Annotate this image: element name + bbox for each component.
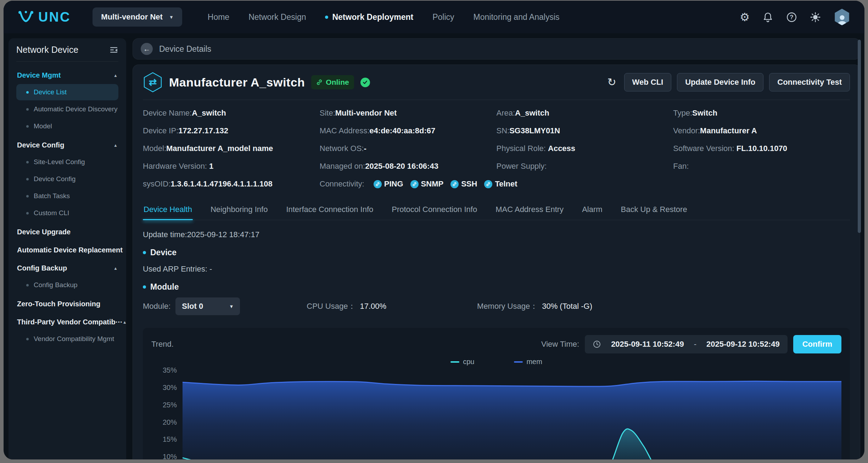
- nav-item-monitoring-and-analysis[interactable]: Monitoring and Analysis: [474, 12, 560, 22]
- info-label: sysOID:: [143, 179, 170, 189]
- info-label: Network OS:: [320, 144, 364, 153]
- info-field-sysoid: sysOID:1.3.6.1.4.1.47196.4.1.1.1.108: [143, 175, 320, 193]
- trend-title: Trend.: [151, 340, 174, 349]
- module-label: Module:: [143, 302, 170, 311]
- nav-item-network-deployment[interactable]: Network Deployment: [325, 12, 413, 22]
- tab-protocol-connection-info[interactable]: Protocol Connection Info: [391, 203, 478, 220]
- tab-back-up-restore[interactable]: Back Up & Restore: [620, 203, 688, 220]
- nav-label: Monitoring and Analysis: [474, 12, 560, 22]
- info-label: Device Name:: [143, 108, 192, 118]
- sidebar-item-vendor-compatibility-mgmt[interactable]: Vendor Compatibility Mgmt: [16, 331, 118, 347]
- protocol-label: Telnet: [495, 179, 517, 189]
- bullet-icon: [26, 195, 29, 197]
- confirm-button[interactable]: Confirm: [793, 335, 841, 353]
- sidebar-item-automatic-device-discovery[interactable]: Automatic Device Discovery: [16, 101, 118, 117]
- user-avatar[interactable]: [834, 9, 850, 26]
- connectivity-field: Connectivity: PINGSNMPSSHTelnet: [320, 175, 673, 193]
- nav-item-network-design[interactable]: Network Design: [248, 12, 306, 22]
- sidebar-collapse-icon[interactable]: [109, 46, 118, 54]
- info-field-power-supply: Power Supply:: [497, 157, 673, 175]
- sidebar-group-automatic-device-replacement[interactable]: Automatic Device Replacement: [16, 240, 118, 258]
- site-selector-label: Multi-vendor Net: [101, 12, 163, 22]
- nav-item-home[interactable]: Home: [208, 12, 229, 22]
- section-module: Module: [143, 282, 850, 292]
- main-layout: Network Device Device Mgmt▲Device ListAu…: [4, 33, 864, 459]
- sidebar-group-device-upgrade[interactable]: Device Upgrade: [16, 222, 118, 240]
- sidebar-item-custom-cli[interactable]: Custom CLI: [16, 205, 118, 221]
- main-nav: HomeNetwork DesignNetwork DeploymentPoli…: [208, 12, 560, 22]
- info-value: 1: [209, 162, 213, 171]
- trend-header: Trend. View Time: 2025-09-11 10:52:49: [151, 335, 841, 353]
- sidebar-item-label: Config Backup: [34, 281, 78, 289]
- cpu-usage-value: 17.00%: [360, 302, 386, 311]
- sidebar-item-device-config[interactable]: Device Config: [16, 171, 118, 187]
- bullet-icon: [26, 178, 29, 180]
- switch-device-icon: ⇄: [143, 72, 163, 93]
- tab-mac-address-entry[interactable]: MAC Address Entry: [495, 203, 564, 220]
- vertical-scrollbar[interactable]: [858, 40, 861, 233]
- logo-text: UNC: [38, 10, 71, 25]
- refresh-icon[interactable]: ↻: [605, 77, 618, 88]
- tab-interface-connection-info[interactable]: Interface Connection Info: [285, 203, 374, 220]
- update-device-info-button[interactable]: Update Device Info: [677, 73, 763, 91]
- help-icon[interactable]: ?: [786, 12, 797, 23]
- tab-alarm[interactable]: Alarm: [581, 203, 603, 220]
- sidebar-menu: Device Mgmt▲Device ListAutomatic Device …: [16, 62, 118, 347]
- sidebar-item-site-level-config[interactable]: Site-Level Config: [16, 154, 118, 170]
- module-dropdown[interactable]: Slot 0 ▼: [175, 297, 240, 315]
- info-value: A_switch: [192, 108, 226, 118]
- notifications-icon[interactable]: [762, 12, 773, 23]
- sidebar-item-config-backup[interactable]: Config Backup: [16, 277, 118, 293]
- y-axis-tick: 10%: [163, 453, 177, 459]
- sidebar-group-zero-touch-provisioning[interactable]: Zero-Touch Provisioning: [16, 294, 118, 312]
- tab-device-health[interactable]: Device Health: [143, 203, 193, 220]
- info-field-model: Model:Manufacturer A_model name: [143, 140, 320, 157]
- info-value: e4:de:40:aa:8d:67: [369, 126, 435, 135]
- info-label: Type:: [673, 108, 692, 118]
- sidebar-group-device-config[interactable]: Device Config▲: [16, 135, 118, 153]
- tab-neighboring-info[interactable]: Neighboring Info: [210, 203, 268, 220]
- info-label: Software Version:: [673, 144, 737, 153]
- app-logo: UNC: [18, 10, 71, 25]
- y-axis-tick: 35%: [163, 366, 177, 374]
- sidebar-group-label: Third-Party Vendor Compatib···: [17, 318, 123, 326]
- site-selector-dropdown[interactable]: Multi-vendor Net ▼: [93, 7, 182, 27]
- app-window: UNC Multi-vendor Net ▼ HomeNetwork Desig…: [4, 1, 864, 459]
- legend-label: cpu: [463, 358, 474, 366]
- sidebar-item-label: Device Config: [34, 175, 75, 183]
- settings-icon[interactable]: ⚙: [740, 12, 750, 23]
- info-field-managed-on: Managed on:2025-08-20 16:06:43: [320, 157, 497, 175]
- info-value: -: [364, 144, 366, 153]
- bullet-icon: [26, 161, 29, 163]
- topbar-icons: ⚙ ?: [740, 9, 850, 26]
- info-field-site: Site:Multi-vendor Net: [320, 104, 497, 122]
- brightness-icon[interactable]: [810, 12, 821, 23]
- legend-mem[interactable]: mem: [514, 358, 542, 366]
- sidebar-item-batch-tasks[interactable]: Batch Tasks: [16, 188, 118, 204]
- info-field-hardware-version: Hardware Version: 1: [143, 157, 320, 175]
- device-details-panel: ⇄ Manufacturer A_switch Online: [133, 65, 860, 459]
- device-actions: ↻ Web CLIUpdate Device InfoConnectivity …: [605, 73, 850, 91]
- active-nav-dot-icon: [325, 16, 328, 19]
- sidebar-group-device-mgmt[interactable]: Device Mgmt▲: [16, 65, 118, 83]
- bullet-icon: [26, 212, 29, 214]
- sidebar-item-device-list[interactable]: Device List: [16, 84, 118, 100]
- refresh-glyph: ↻: [607, 76, 616, 88]
- nav-item-policy[interactable]: Policy: [432, 12, 454, 22]
- back-button[interactable]: ←: [141, 43, 153, 55]
- legend-cpu[interactable]: cpu: [450, 358, 474, 366]
- trend-panel: Trend. View Time: 2025-09-11 10:52:49: [143, 328, 850, 459]
- sidebar-group-third-party-vendor-compatib[interactable]: Third-Party Vendor Compatib···▲: [16, 312, 118, 330]
- web-cli-button[interactable]: Web CLI: [624, 73, 672, 91]
- info-field-network-os: Network OS:-: [320, 140, 497, 157]
- protocol-telnet: Telnet: [484, 179, 517, 189]
- view-time-separator: -: [694, 340, 696, 349]
- connectivity-test-button[interactable]: Connectivity Test: [769, 73, 850, 91]
- view-time-range-input[interactable]: 2025-09-11 10:52:49 - 2025-09-12 10:52:4…: [585, 335, 788, 353]
- sidebar-group-config-backup[interactable]: Config Backup▲: [16, 258, 118, 276]
- memory-usage-label: Memory Usage：: [477, 301, 538, 312]
- sidebar-item-model[interactable]: Model: [16, 118, 118, 134]
- chevron-up-icon: ▲: [113, 73, 118, 78]
- info-label: Model:: [143, 144, 166, 153]
- view-time-label: View Time:: [541, 340, 579, 349]
